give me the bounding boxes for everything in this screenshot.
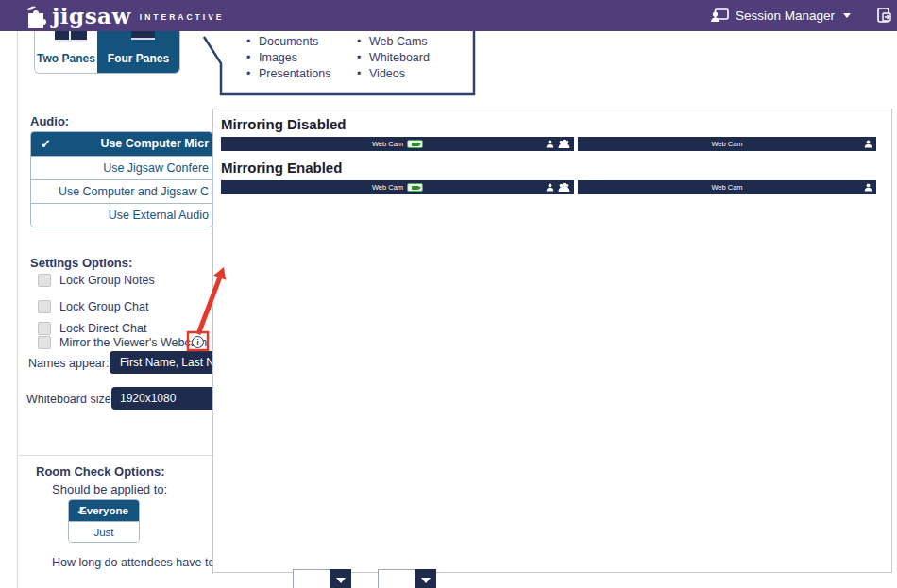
settings-options-label: Settings Options: [30, 256, 132, 270]
webcam-titlebar-label: Web Cam [372, 183, 403, 192]
lock-group-notes-checkbox[interactable] [38, 274, 51, 287]
bullet-icon: • [246, 66, 259, 82]
person-icon [546, 139, 554, 148]
bullet-icon: • [357, 50, 369, 66]
four-panes-icon [131, 31, 155, 40]
mirroring-info-popup: Mirroring Disabled Web Cam The Sharer wi… [212, 109, 892, 573]
content-types-callout: •Documents •Images •Presentations •Web C… [198, 31, 482, 99]
bullet-icon: • [246, 50, 259, 66]
checkbox-row: Lock Group Notes [38, 274, 155, 287]
logo-text: jigsaw [52, 5, 131, 26]
webcam-titlebar-label: Web Cam [372, 140, 403, 148]
bullet-icon: • [357, 34, 369, 50]
list-item: •Images [246, 50, 330, 66]
chevron-down-icon [415, 569, 436, 588]
session-manager-label: Session Manager [736, 8, 835, 23]
mirroring-enabled-screenshot: Web Cam The Sharer will always see their… [221, 180, 876, 194]
jigsaw-logo: jigsaw INTERACTIVE [25, 4, 224, 28]
tab-two-panes-label: Two Panes [37, 52, 95, 65]
audio-label: Audio: [30, 114, 69, 128]
audio-option-list: ✓Use Computer Micr Use Jigsaw Confere Us… [30, 131, 212, 227]
people-group-icon [558, 139, 570, 148]
person-icon [864, 182, 872, 192]
sharer-webcam-panel: Web Cam The Sharer will always see their… [221, 180, 574, 194]
checkbox-row: Lock Group Chat [38, 300, 149, 313]
list-item: •Web Cams [357, 34, 430, 50]
settings-panel-border [17, 31, 18, 588]
response-time-select-1[interactable] [293, 569, 351, 588]
export-session-icon[interactable] [877, 8, 891, 25]
puzzle-piece-icon [25, 4, 47, 28]
checkbox-label: Mirror the Viewer's Webcam [59, 336, 207, 349]
room-check-sublabel: Should be applied to: [52, 482, 167, 496]
names-appear-label: Names appear: [28, 357, 109, 370]
select-value-field [378, 569, 415, 588]
callout-column-1: •Documents •Images •Presentations [246, 34, 330, 82]
camera-on-badge-icon [407, 183, 423, 192]
audio-option-external[interactable]: Use External Audio [31, 203, 212, 227]
response-time-select-2[interactable] [378, 569, 436, 588]
person-icon [864, 139, 872, 148]
bullet-icon: • [357, 66, 369, 82]
webcam-titlebar: Web Cam [221, 137, 574, 151]
app-header: jigsaw INTERACTIVE Session Manager [0, 0, 897, 31]
mirror-webcam-checkbox[interactable] [38, 336, 51, 349]
webcam-titlebar: Web Cam [578, 137, 876, 151]
bullet-icon: • [246, 34, 259, 50]
people-group-icon [558, 182, 570, 192]
select-value-field [293, 569, 330, 588]
room-check-option-list: ✓Everyone Just Attendees [68, 499, 140, 543]
section-divider [18, 455, 212, 456]
lock-group-chat-checkbox[interactable] [38, 300, 51, 313]
webcam-titlebar: Web Cam [578, 180, 876, 194]
mirroring-enabled-title: Mirroring Enabled [221, 160, 875, 176]
check-icon: ✓ [76, 500, 85, 521]
room-check-label: Room Check Options: [36, 464, 165, 479]
chevron-down-icon [330, 569, 351, 588]
webcam-titlebar-label: Web Cam [711, 140, 742, 148]
list-item: •Documents [246, 34, 330, 50]
sharer-webcam-panel: Web Cam The Sharer will always see their… [221, 137, 574, 151]
tab-four-panes-label: Four Panes [108, 52, 169, 65]
checkbox-label: Lock Group Notes [59, 274, 155, 287]
lock-direct-chat-checkbox[interactable] [38, 322, 51, 335]
screen: Two Panes Four Panes •Documents •Images … [0, 0, 897, 588]
audio-option-computer-and-jigsaw[interactable]: Use Computer and Jigsaw C [31, 179, 212, 203]
info-icon[interactable]: i [192, 336, 204, 348]
webcam-titlebar: Web Cam [221, 180, 574, 194]
checkbox-row: Lock Direct Chat [38, 322, 146, 335]
caret-down-icon [843, 13, 851, 18]
callout-column-2: •Web Cams •Whiteboard •Videos [357, 34, 430, 82]
person-icon [546, 182, 554, 192]
two-panes-icon [55, 31, 87, 42]
mirroring-disabled-title: Mirroring Disabled [221, 116, 875, 132]
room-check-option-everyone[interactable]: ✓Everyone [69, 500, 139, 521]
callout-border [198, 31, 482, 99]
session-manager-icon [711, 8, 729, 23]
audio-option-jigsaw-conference[interactable]: Use Jigsaw Confere [31, 156, 212, 179]
mirroring-disabled-screenshot: Web Cam The Sharer will always see their… [221, 137, 876, 151]
audio-option-computer-mic[interactable]: ✓Use Computer Micr [31, 132, 212, 156]
checkbox-row: Mirror the Viewer's Webcam [38, 336, 207, 349]
list-item: •Videos [357, 66, 430, 82]
checkbox-label: Lock Group Chat [59, 300, 149, 313]
camera-on-badge-icon [407, 140, 423, 148]
session-manager-menu[interactable]: Session Manager [711, 8, 851, 23]
check-icon: ✓ [41, 132, 51, 156]
checkbox-label: Lock Direct Chat [59, 322, 146, 335]
viewer-webcam-panel: Web Cam The Viewer will see the Sharer's… [578, 137, 876, 151]
webcam-titlebar-label: Web Cam [711, 183, 742, 192]
viewer-webcam-panel: Web Cam The Viewer will see the Sharer's… [578, 180, 876, 194]
whiteboard-size-label: Whiteboard size: [26, 393, 114, 406]
logo-subtext: INTERACTIVE [140, 12, 225, 22]
list-item: •Whiteboard [357, 50, 430, 66]
room-check-option-just-attendees[interactable]: Just Attendees [69, 521, 139, 542]
list-item: •Presentations [246, 66, 330, 82]
